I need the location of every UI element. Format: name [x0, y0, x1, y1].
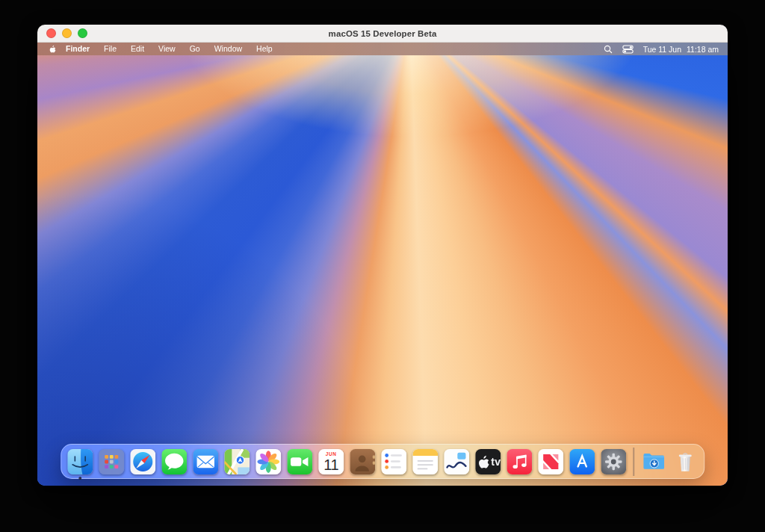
dock-item-downloads[interactable] — [641, 449, 666, 474]
zoom-button[interactable] — [78, 28, 87, 38]
dock-divider — [633, 448, 634, 476]
mail-icon — [193, 449, 218, 474]
menu-item-view[interactable]: View — [152, 43, 183, 55]
downloads-folder-icon — [641, 449, 666, 474]
menu-item-finder[interactable]: Finder — [61, 43, 97, 55]
menu-item-window[interactable]: Window — [207, 43, 249, 55]
dock-item-mail[interactable] — [193, 449, 218, 474]
dock-item-appstore[interactable] — [569, 449, 595, 474]
contacts-icon — [350, 449, 375, 474]
reminders-icon — [381, 449, 406, 474]
menu-item-file[interactable]: File — [97, 43, 124, 55]
tv-icon: tv — [475, 449, 501, 474]
dock-item-messages[interactable] — [161, 449, 187, 474]
safari-icon — [130, 449, 155, 474]
menu-item-go[interactable]: Go — [182, 43, 207, 55]
freeform-icon — [444, 449, 469, 474]
music-icon — [507, 449, 532, 474]
vm-window: macOS 15 Developer Beta Finder File Edit… — [37, 25, 728, 486]
photos-icon — [255, 449, 281, 474]
dock-item-calendar[interactable]: JUN 11 — [318, 449, 344, 474]
launchpad-icon — [99, 449, 124, 474]
finder-icon — [67, 449, 93, 474]
dock-item-finder[interactable] — [67, 449, 93, 474]
dock-item-news[interactable] — [538, 449, 563, 474]
calendar-icon: JUN 11 — [318, 449, 344, 474]
apple-menu[interactable] — [48, 44, 56, 54]
dock-item-freeform[interactable] — [444, 449, 469, 474]
menubar-status-area: Tue 11 Jun 11:18 am — [604, 45, 719, 54]
notes-icon — [412, 449, 438, 474]
close-button[interactable] — [46, 28, 56, 38]
dock-item-tv[interactable]: tv — [475, 449, 501, 474]
dock-item-notes[interactable] — [412, 449, 438, 474]
menu-item-help[interactable]: Help — [250, 43, 280, 55]
dock-item-reminders[interactable] — [381, 449, 406, 474]
dock-item-music[interactable] — [507, 449, 532, 474]
control-center-icon[interactable] — [622, 45, 634, 54]
facetime-icon — [287, 449, 312, 474]
settings-gear-icon — [601, 449, 626, 474]
dock-item-contacts[interactable] — [350, 449, 375, 474]
menu-item-edit[interactable]: Edit — [124, 43, 152, 55]
running-indicator — [78, 477, 81, 480]
clock-date: Tue 11 Jun — [643, 45, 681, 54]
dock: JUN 11 — [61, 444, 704, 479]
news-icon — [538, 449, 563, 474]
dock-item-settings[interactable] — [601, 449, 626, 474]
apple-logo-icon — [475, 449, 489, 474]
dock-item-facetime[interactable] — [287, 449, 312, 474]
window-titlebar[interactable]: macOS 15 Developer Beta — [37, 25, 728, 43]
window-title: macOS 15 Developer Beta — [37, 29, 728, 38]
search-icon[interactable] — [604, 45, 613, 54]
clock-time: 11:18 am — [687, 45, 719, 54]
appstore-icon — [569, 449, 595, 474]
minimize-button[interactable] — [62, 28, 72, 38]
messages-icon — [161, 449, 187, 474]
desktop-wallpaper: Finder File Edit View Go Window Help — [37, 43, 728, 486]
menu-bar: Finder File Edit View Go Window Help — [37, 43, 728, 55]
dock-item-trash[interactable] — [672, 449, 698, 474]
dock-item-photos[interactable] — [255, 449, 281, 474]
traffic-lights — [46, 25, 87, 42]
dock-item-maps[interactable] — [224, 449, 250, 474]
apple-logo-icon — [48, 44, 56, 54]
menubar-clock[interactable]: Tue 11 Jun 11:18 am — [643, 45, 719, 54]
trash-icon — [672, 449, 698, 474]
dock-item-safari[interactable] — [130, 449, 155, 474]
tv-logo-text: tv — [491, 457, 501, 467]
dock-item-launchpad[interactable] — [99, 449, 124, 474]
calendar-month-label: JUN — [326, 451, 337, 457]
maps-icon — [224, 449, 250, 474]
calendar-day-label: 11 — [323, 457, 338, 472]
